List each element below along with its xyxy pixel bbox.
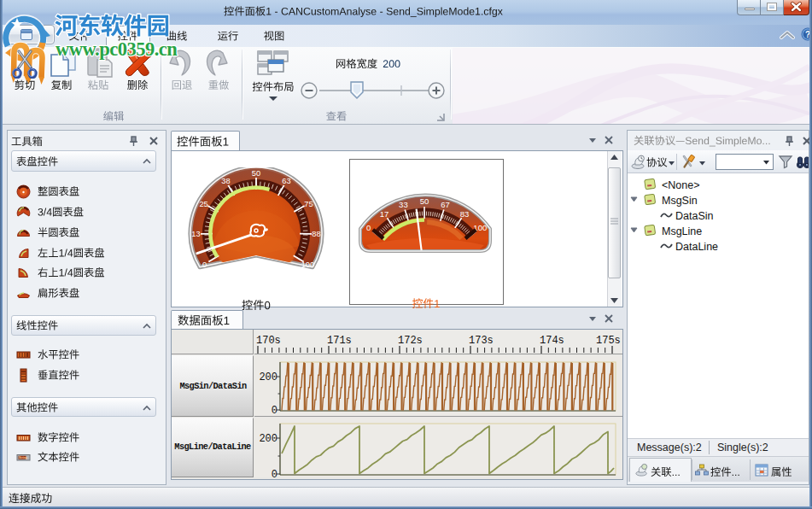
svg-text:33: 33 xyxy=(399,200,408,209)
svg-text:170s: 170s xyxy=(256,335,281,347)
svg-text:38: 38 xyxy=(221,177,230,185)
svg-text:200: 200 xyxy=(259,433,277,445)
svg-text:25: 25 xyxy=(199,200,207,208)
svg-text:67: 67 xyxy=(441,200,450,209)
svg-text:83: 83 xyxy=(460,209,470,219)
svg-text:88: 88 xyxy=(312,230,320,238)
svg-text:13: 13 xyxy=(191,230,200,238)
svg-text:173s: 173s xyxy=(469,335,494,347)
svg-text:63: 63 xyxy=(282,177,290,185)
svg-text:171s: 171s xyxy=(327,335,352,347)
svg-text:0: 0 xyxy=(366,223,371,232)
svg-text:String: String xyxy=(19,456,27,459)
svg-text:0: 0 xyxy=(272,405,277,417)
svg-text:75: 75 xyxy=(304,200,313,208)
svg-text:200: 200 xyxy=(259,372,277,383)
svg-text:100: 100 xyxy=(301,260,315,269)
svg-text:50: 50 xyxy=(252,169,260,178)
svg-text:175s: 175s xyxy=(596,335,621,347)
svg-text:0: 0 xyxy=(202,260,207,269)
svg-text:0: 0 xyxy=(272,469,277,477)
svg-text:172s: 172s xyxy=(398,335,423,347)
svg-text:174s: 174s xyxy=(540,335,564,347)
svg-text:50: 50 xyxy=(420,196,429,206)
svg-text:17: 17 xyxy=(380,209,389,219)
